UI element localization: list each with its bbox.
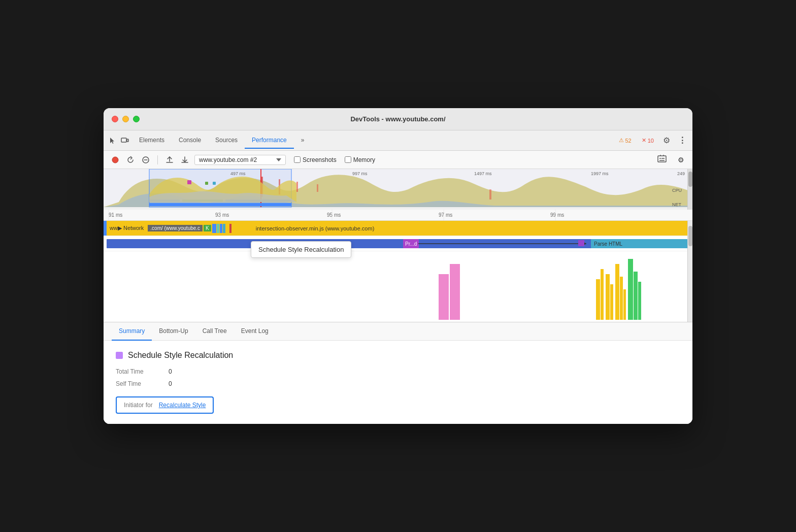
svg-point-2 bbox=[112, 157, 118, 163]
record-button[interactable] bbox=[110, 154, 121, 165]
maximize-button[interactable] bbox=[133, 116, 140, 122]
top-tabs-right: ⚠ 52 ✕ 10 ⚙ ⋮ bbox=[616, 134, 689, 147]
track-scrollbar[interactable] bbox=[687, 221, 692, 322]
error-badge[interactable]: ✕ 10 bbox=[639, 136, 657, 145]
tab-sources[interactable]: Sources bbox=[208, 132, 245, 149]
clear-button[interactable] bbox=[140, 154, 151, 165]
clear-profile-button[interactable] bbox=[657, 154, 667, 165]
tab-more[interactable]: » bbox=[294, 132, 312, 149]
self-time-value: 0 bbox=[169, 380, 172, 387]
network-track-bar[interactable]: ww▶ Network .com/ (www.youtube.c K inter… bbox=[107, 221, 687, 236]
upload-button[interactable] bbox=[164, 154, 175, 165]
network-label: ww▶ Network bbox=[107, 225, 147, 231]
network-bar-3 bbox=[220, 224, 222, 233]
tab-summary[interactable]: Summary bbox=[112, 322, 152, 341]
network-bar-1 bbox=[212, 224, 216, 233]
fb1 bbox=[596, 279, 600, 320]
svg-text:1997 ms: 1997 ms bbox=[591, 171, 609, 176]
window-title: DevTools - www.youtube.com/ bbox=[350, 115, 445, 123]
error-count: 10 bbox=[648, 138, 654, 144]
screenshots-checkbox[interactable] bbox=[294, 156, 301, 163]
summary-color-swatch bbox=[116, 352, 123, 359]
tooltip-box: Schedule Style Recalculation bbox=[251, 241, 351, 258]
svg-rect-11 bbox=[317, 184, 318, 192]
cursor-icon[interactable] bbox=[108, 136, 118, 146]
timeline-ruler: 91 ms 93 ms 95 ms 97 ms 99 ms bbox=[104, 210, 692, 221]
error-icon: ✕ bbox=[642, 137, 646, 144]
separator-1 bbox=[157, 155, 158, 164]
tab-console[interactable]: Console bbox=[172, 132, 208, 149]
svg-rect-21 bbox=[149, 203, 291, 206]
self-time-row: Self Time 0 bbox=[116, 380, 680, 387]
fb2 bbox=[601, 269, 604, 320]
track-scroll-thumb[interactable] bbox=[688, 226, 692, 246]
memory-label[interactable]: Memory bbox=[353, 156, 375, 163]
devtools-window: DevTools - www.youtube.com/ Elements Con… bbox=[104, 108, 692, 424]
device-icon[interactable] bbox=[120, 136, 130, 146]
fb3 bbox=[604, 289, 605, 320]
ruler-ticks bbox=[104, 210, 687, 220]
fb7 bbox=[615, 264, 619, 320]
parse-html-block[interactable]: Parse HTML bbox=[591, 239, 687, 248]
initiator-link[interactable]: Recalculate Style bbox=[159, 402, 206, 409]
svg-text:1497 ms: 1497 ms bbox=[474, 171, 492, 176]
performance-toolbar: www.youtube.com #2 Screenshots Memory ⚙ bbox=[104, 151, 692, 169]
close-button[interactable] bbox=[112, 116, 118, 122]
k-label: K bbox=[204, 225, 211, 231]
settings2-button[interactable]: ⚙ bbox=[675, 154, 686, 165]
title-bar: DevTools - www.youtube.com/ bbox=[104, 108, 692, 130]
total-time-label: Total Time bbox=[116, 368, 156, 375]
fb10 bbox=[626, 300, 627, 320]
reload-record-button[interactable] bbox=[125, 154, 136, 165]
network-bar-2 bbox=[217, 224, 219, 233]
main-track-row: Pr...d Parse HTML bbox=[104, 236, 692, 251]
fb11 bbox=[628, 259, 633, 320]
window-controls bbox=[112, 116, 140, 122]
more-button[interactable]: ⋮ bbox=[676, 134, 688, 147]
svg-text:249: 249 bbox=[677, 171, 685, 176]
top-tab-bar: Elements Console Sources Performance » ⚠… bbox=[104, 130, 692, 151]
fb8 bbox=[620, 277, 623, 320]
network-bar-4 bbox=[223, 224, 225, 233]
warning-icon: ⚠ bbox=[619, 137, 624, 144]
warning-badge[interactable]: ⚠ 52 bbox=[616, 136, 635, 145]
settings-button[interactable]: ⚙ bbox=[661, 134, 672, 147]
overview-scrollbar[interactable] bbox=[687, 169, 692, 210]
purple-dot bbox=[578, 240, 584, 246]
intersection-label: intersection-observer.min.js (www.youtub… bbox=[252, 225, 687, 231]
screenshots-label[interactable]: Screenshots bbox=[303, 156, 337, 163]
svg-rect-4 bbox=[658, 156, 666, 162]
tab-event-log[interactable]: Event Log bbox=[234, 322, 276, 341]
warning-count: 52 bbox=[625, 138, 632, 144]
tab-performance[interactable]: Performance bbox=[245, 132, 294, 149]
devtools-body: Elements Console Sources Performance » ⚠… bbox=[104, 130, 692, 424]
fb5 bbox=[610, 284, 613, 320]
self-time-label: Self Time bbox=[116, 380, 156, 387]
screenshots-checkbox-group: Screenshots bbox=[294, 156, 337, 163]
tab-bottom-up[interactable]: Bottom-Up bbox=[152, 322, 195, 341]
minimize-button[interactable] bbox=[122, 116, 129, 122]
initiator-row: Initiator for Recalculate Style bbox=[116, 396, 214, 414]
profile-selector[interactable]: www.youtube.com #2 bbox=[194, 155, 286, 165]
network-url: .com/ (www.youtube.c bbox=[148, 225, 203, 231]
svg-rect-28 bbox=[213, 182, 216, 185]
tab-call-tree[interactable]: Call Tree bbox=[195, 322, 234, 341]
total-time-value: 0 bbox=[169, 368, 172, 375]
network-bar-6 bbox=[229, 224, 231, 233]
timeline-tracks: ww▶ Network .com/ (www.youtube.c K inter… bbox=[104, 221, 692, 322]
summary-panel: Summary Bottom-Up Call Tree Event Log Sc… bbox=[104, 322, 692, 424]
summary-content: Schedule Style Recalculation Total Time … bbox=[104, 341, 692, 424]
tab-elements[interactable]: Elements bbox=[132, 132, 172, 149]
svg-rect-12 bbox=[489, 189, 491, 200]
svg-text:997 ms: 997 ms bbox=[352, 171, 368, 176]
overview-scroll-thumb[interactable] bbox=[688, 172, 692, 187]
tooltip-text: Schedule Style Recalculation bbox=[258, 246, 344, 253]
svg-rect-0 bbox=[121, 138, 126, 142]
pb1 bbox=[439, 274, 449, 320]
network-track-row: ww▶ Network .com/ (www.youtube.c K inter… bbox=[104, 221, 692, 236]
fb4 bbox=[606, 274, 610, 320]
download-button[interactable] bbox=[179, 154, 190, 165]
pink-bars bbox=[439, 254, 479, 320]
memory-checkbox[interactable] bbox=[345, 156, 351, 163]
svg-text:NET: NET bbox=[672, 202, 682, 207]
